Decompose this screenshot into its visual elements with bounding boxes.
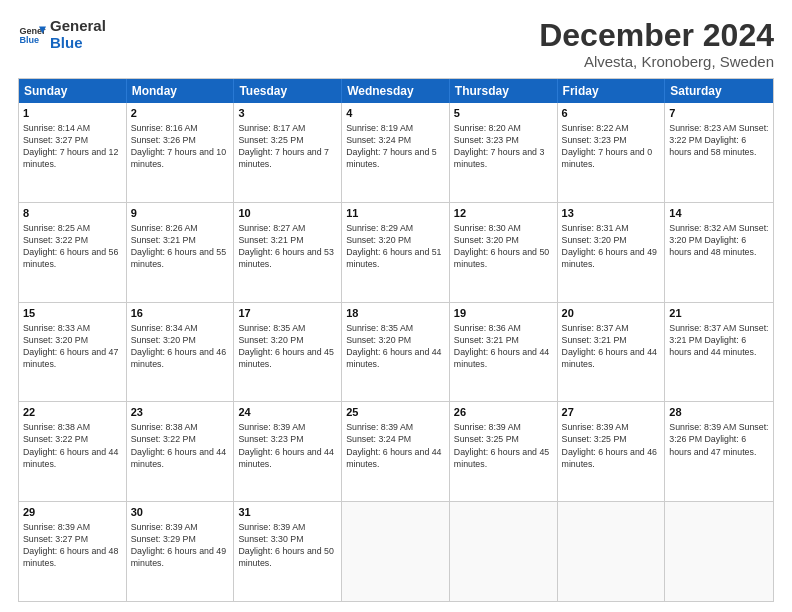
day-info: Sunrise: 8:30 AM Sunset: 3:20 PM Dayligh… <box>454 222 553 271</box>
day-info: Sunrise: 8:19 AM Sunset: 3:24 PM Dayligh… <box>346 122 445 171</box>
day-number: 26 <box>454 405 553 420</box>
day-number: 28 <box>669 405 769 420</box>
day-number: 21 <box>669 306 769 321</box>
logo-icon: General Blue <box>18 21 46 49</box>
calendar-row-1: 1Sunrise: 8:14 AM Sunset: 3:27 PM Daylig… <box>19 103 773 202</box>
day-info: Sunrise: 8:33 AM Sunset: 3:20 PM Dayligh… <box>23 322 122 371</box>
calendar-cell-2: 2Sunrise: 8:16 AM Sunset: 3:26 PM Daylig… <box>127 103 235 202</box>
calendar-cell-8: 8Sunrise: 8:25 AM Sunset: 3:22 PM Daylig… <box>19 203 127 302</box>
day-number: 2 <box>131 106 230 121</box>
day-info: Sunrise: 8:37 AM Sunset: 3:21 PM Dayligh… <box>562 322 661 371</box>
day-number: 5 <box>454 106 553 121</box>
day-number: 14 <box>669 206 769 221</box>
calendar-cell-10: 10Sunrise: 8:27 AM Sunset: 3:21 PM Dayli… <box>234 203 342 302</box>
day-info: Sunrise: 8:38 AM Sunset: 3:22 PM Dayligh… <box>131 421 230 470</box>
day-number: 6 <box>562 106 661 121</box>
calendar-cell-30: 30Sunrise: 8:39 AM Sunset: 3:29 PM Dayli… <box>127 502 235 601</box>
day-info: Sunrise: 8:16 AM Sunset: 3:26 PM Dayligh… <box>131 122 230 171</box>
calendar-cell-3: 3Sunrise: 8:17 AM Sunset: 3:25 PM Daylig… <box>234 103 342 202</box>
calendar-cell-27: 27Sunrise: 8:39 AM Sunset: 3:25 PM Dayli… <box>558 402 666 501</box>
day-number: 17 <box>238 306 337 321</box>
day-info: Sunrise: 8:17 AM Sunset: 3:25 PM Dayligh… <box>238 122 337 171</box>
day-info: Sunrise: 8:35 AM Sunset: 3:20 PM Dayligh… <box>238 322 337 371</box>
calendar-cell-17: 17Sunrise: 8:35 AM Sunset: 3:20 PM Dayli… <box>234 303 342 402</box>
day-number: 1 <box>23 106 122 121</box>
day-info: Sunrise: 8:39 AM Sunset: 3:25 PM Dayligh… <box>454 421 553 470</box>
day-info: Sunrise: 8:36 AM Sunset: 3:21 PM Dayligh… <box>454 322 553 371</box>
day-info: Sunrise: 8:20 AM Sunset: 3:23 PM Dayligh… <box>454 122 553 171</box>
calendar-cell-18: 18Sunrise: 8:35 AM Sunset: 3:20 PM Dayli… <box>342 303 450 402</box>
logo-general: General <box>50 18 106 35</box>
header: General Blue General Blue December 2024 … <box>18 18 774 70</box>
page: General Blue General Blue December 2024 … <box>0 0 792 612</box>
calendar-cell-16: 16Sunrise: 8:34 AM Sunset: 3:20 PM Dayli… <box>127 303 235 402</box>
calendar-cell-24: 24Sunrise: 8:39 AM Sunset: 3:23 PM Dayli… <box>234 402 342 501</box>
calendar-cell-21: 21Sunrise: 8:37 AM Sunset: 3:21 PM Dayli… <box>665 303 773 402</box>
calendar-cell-6: 6Sunrise: 8:22 AM Sunset: 3:23 PM Daylig… <box>558 103 666 202</box>
calendar-row-5: 29Sunrise: 8:39 AM Sunset: 3:27 PM Dayli… <box>19 501 773 601</box>
calendar-cell-22: 22Sunrise: 8:38 AM Sunset: 3:22 PM Dayli… <box>19 402 127 501</box>
calendar-cell-5: 5Sunrise: 8:20 AM Sunset: 3:23 PM Daylig… <box>450 103 558 202</box>
calendar-body: 1Sunrise: 8:14 AM Sunset: 3:27 PM Daylig… <box>19 103 773 601</box>
calendar-cell-29: 29Sunrise: 8:39 AM Sunset: 3:27 PM Dayli… <box>19 502 127 601</box>
calendar-cell-empty <box>558 502 666 601</box>
logo: General Blue General Blue <box>18 18 106 51</box>
calendar-cell-20: 20Sunrise: 8:37 AM Sunset: 3:21 PM Dayli… <box>558 303 666 402</box>
header-day-saturday: Saturday <box>665 79 773 103</box>
day-number: 24 <box>238 405 337 420</box>
day-number: 25 <box>346 405 445 420</box>
calendar-cell-28: 28Sunrise: 8:39 AM Sunset: 3:26 PM Dayli… <box>665 402 773 501</box>
day-number: 9 <box>131 206 230 221</box>
day-info: Sunrise: 8:39 AM Sunset: 3:30 PM Dayligh… <box>238 521 337 570</box>
day-info: Sunrise: 8:32 AM Sunset: 3:20 PM Dayligh… <box>669 222 769 258</box>
day-info: Sunrise: 8:35 AM Sunset: 3:20 PM Dayligh… <box>346 322 445 371</box>
day-info: Sunrise: 8:39 AM Sunset: 3:24 PM Dayligh… <box>346 421 445 470</box>
day-info: Sunrise: 8:23 AM Sunset: 3:22 PM Dayligh… <box>669 122 769 158</box>
header-day-thursday: Thursday <box>450 79 558 103</box>
calendar-cell-7: 7Sunrise: 8:23 AM Sunset: 3:22 PM Daylig… <box>665 103 773 202</box>
location-subtitle: Alvesta, Kronoberg, Sweden <box>539 53 774 70</box>
day-number: 27 <box>562 405 661 420</box>
day-number: 29 <box>23 505 122 520</box>
calendar-cell-26: 26Sunrise: 8:39 AM Sunset: 3:25 PM Dayli… <box>450 402 558 501</box>
day-info: Sunrise: 8:39 AM Sunset: 3:26 PM Dayligh… <box>669 421 769 457</box>
calendar: SundayMondayTuesdayWednesdayThursdayFrid… <box>18 78 774 602</box>
header-day-friday: Friday <box>558 79 666 103</box>
month-title: December 2024 <box>539 18 774 53</box>
day-number: 3 <box>238 106 337 121</box>
logo-blue: Blue <box>50 35 106 52</box>
day-number: 20 <box>562 306 661 321</box>
calendar-cell-19: 19Sunrise: 8:36 AM Sunset: 3:21 PM Dayli… <box>450 303 558 402</box>
day-number: 8 <box>23 206 122 221</box>
day-info: Sunrise: 8:39 AM Sunset: 3:25 PM Dayligh… <box>562 421 661 470</box>
calendar-cell-12: 12Sunrise: 8:30 AM Sunset: 3:20 PM Dayli… <box>450 203 558 302</box>
calendar-row-4: 22Sunrise: 8:38 AM Sunset: 3:22 PM Dayli… <box>19 401 773 501</box>
calendar-cell-empty <box>342 502 450 601</box>
header-day-wednesday: Wednesday <box>342 79 450 103</box>
day-info: Sunrise: 8:14 AM Sunset: 3:27 PM Dayligh… <box>23 122 122 171</box>
title-block: December 2024 Alvesta, Kronoberg, Sweden <box>539 18 774 70</box>
header-day-tuesday: Tuesday <box>234 79 342 103</box>
day-number: 30 <box>131 505 230 520</box>
svg-text:Blue: Blue <box>19 35 39 45</box>
day-info: Sunrise: 8:31 AM Sunset: 3:20 PM Dayligh… <box>562 222 661 271</box>
day-info: Sunrise: 8:26 AM Sunset: 3:21 PM Dayligh… <box>131 222 230 271</box>
day-info: Sunrise: 8:22 AM Sunset: 3:23 PM Dayligh… <box>562 122 661 171</box>
day-number: 31 <box>238 505 337 520</box>
day-number: 19 <box>454 306 553 321</box>
day-number: 12 <box>454 206 553 221</box>
calendar-row-2: 8Sunrise: 8:25 AM Sunset: 3:22 PM Daylig… <box>19 202 773 302</box>
header-day-sunday: Sunday <box>19 79 127 103</box>
calendar-cell-empty <box>450 502 558 601</box>
day-number: 10 <box>238 206 337 221</box>
header-day-monday: Monday <box>127 79 235 103</box>
calendar-cell-4: 4Sunrise: 8:19 AM Sunset: 3:24 PM Daylig… <box>342 103 450 202</box>
calendar-cell-31: 31Sunrise: 8:39 AM Sunset: 3:30 PM Dayli… <box>234 502 342 601</box>
day-number: 11 <box>346 206 445 221</box>
day-number: 15 <box>23 306 122 321</box>
day-info: Sunrise: 8:25 AM Sunset: 3:22 PM Dayligh… <box>23 222 122 271</box>
day-info: Sunrise: 8:39 AM Sunset: 3:23 PM Dayligh… <box>238 421 337 470</box>
day-info: Sunrise: 8:27 AM Sunset: 3:21 PM Dayligh… <box>238 222 337 271</box>
calendar-cell-1: 1Sunrise: 8:14 AM Sunset: 3:27 PM Daylig… <box>19 103 127 202</box>
day-info: Sunrise: 8:29 AM Sunset: 3:20 PM Dayligh… <box>346 222 445 271</box>
